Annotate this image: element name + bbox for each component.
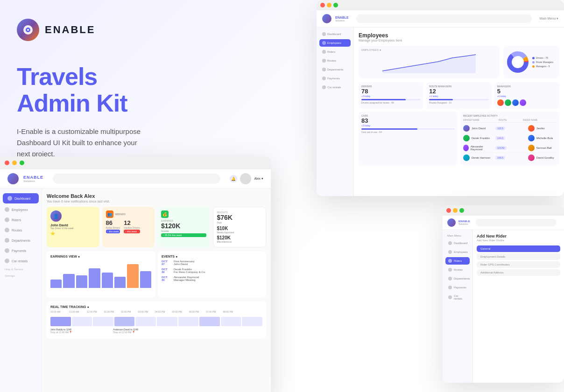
welcome-title: Welcome Back Alex — [47, 193, 266, 199]
driver-avatar-2 — [463, 135, 470, 141]
emp-sidebar-routes[interactable]: Routes — [319, 57, 351, 64]
emp-stat-mgr-value: 5 — [497, 88, 557, 95]
emp-sidebar-car-rentals[interactable]: Car rentals — [319, 84, 351, 91]
rider-avatar-2 — [528, 135, 535, 141]
rider-tab-employment[interactable]: Employment Details — [477, 253, 560, 260]
user-name-mock: Alex ▾ — [254, 177, 263, 181]
cars-sub: +3 today — [361, 124, 455, 127]
sidebar-help[interactable]: Help & Service — [0, 266, 42, 273]
sidebar-routes[interactable]: Routes — [0, 225, 42, 235]
titlebar — [0, 156, 271, 169]
emp-sidebar-departments[interactable]: Departments — [319, 66, 351, 73]
bar-2 — [63, 274, 74, 288]
drivers-icon: 👥 — [106, 210, 113, 218]
this-week-badge: ↑ this week — [106, 230, 120, 233]
sidebar-dashboard[interactable]: Dashboard — [3, 193, 39, 203]
brand-logo — [17, 19, 39, 41]
rider-sidebar-employees[interactable]: Employees — [445, 248, 470, 256]
active-drivers-label: Active Drivers — [106, 226, 120, 229]
sidebar-departments[interactable]: Departments — [0, 235, 42, 245]
sidebar-settings[interactable]: Settings — [0, 273, 42, 279]
event-2-text: Derek FranklinFor Rexo Company & Co. — [174, 268, 206, 273]
sidebar-car-rentals[interactable]: Car rentals — [0, 256, 42, 266]
welcome-sub: You have 6 new notifications since last … — [47, 200, 266, 203]
rider-sidebar-routes[interactable]: Routes — [445, 266, 470, 273]
emp-cars-row: CARS 83 +3 today Cars are in use - 64 RE… — [359, 112, 559, 166]
svg-point-2 — [27, 29, 29, 31]
emp-brand-sub: Solutions — [335, 19, 349, 22]
sidebar-payments[interactable]: Payments — [0, 245, 42, 256]
driver-4: Derek Harrison — [463, 154, 492, 161]
inactive-drivers-count: 12 — [124, 219, 140, 226]
mockup-search-bar[interactable] — [53, 174, 220, 184]
rider-tab-gps[interactable]: Rider GPS Coordinates — [477, 261, 560, 268]
this-week-badge-red: ↓ this week — [124, 230, 140, 233]
rider-min-dot — [453, 208, 458, 213]
rider-tabs: General Employment Details Rider GPS Coo… — [477, 245, 560, 276]
driver-avatar-1 — [463, 125, 470, 132]
legend-route-managers: Route Managers — [532, 61, 553, 63]
event-3: OCT30 Alexander RaymondManager Meeting — [162, 276, 262, 281]
rider-sidebar-riders[interactable]: Riders — [445, 257, 470, 265]
misc-value: $120K — [217, 235, 262, 240]
emp-sidebar-payments[interactable]: Payments — [319, 75, 351, 82]
rider-sidebar: Main Menu Dashboard Employees Riders Rou… — [443, 230, 473, 383]
expand-dot — [20, 161, 24, 165]
rider-nav-label: Main Menu — [445, 233, 470, 238]
driver-1: John David — [463, 125, 492, 132]
rider-close-dot — [446, 208, 451, 213]
tracking-routes: John Roddy to 1248Drop at 11:06 AM 📍 And… — [50, 328, 262, 334]
manager-avatars — [497, 99, 557, 106]
emp-progress-drivers — [361, 99, 421, 100]
sidebar-riders[interactable]: Riders — [0, 215, 42, 225]
rider-search[interactable] — [476, 219, 557, 226]
emp-rm-sub2: Routes Assigned - 10 — [429, 101, 488, 104]
close-dot — [5, 161, 9, 165]
earnings-chart-card: EARNINGS VIEW ● — [47, 251, 155, 298]
active-drivers-count: 86 — [106, 219, 120, 226]
sidebar-icon-routes — [5, 228, 9, 232]
tick-9 — [221, 317, 241, 326]
event-2-date: OCT30 — [162, 268, 171, 273]
emp-min-dot — [327, 3, 331, 7]
emp-stat-mgr-sub: +1 today — [497, 95, 557, 98]
emp-content: Employees Manage your Employees here EMP… — [354, 28, 564, 196]
mgr-avatar-4 — [520, 99, 526, 106]
mockup-brand-sub: Solutions — [23, 180, 43, 182]
emp-sidebar-riders[interactable]: Riders — [319, 48, 351, 56]
rider-sidebar-dashboard[interactable]: Dashboard — [445, 239, 470, 247]
route-3: 103.50 — [495, 146, 524, 150]
rider-tab-address[interactable]: Additional Address — [477, 269, 560, 276]
emp-progress-fill-drivers — [361, 99, 406, 100]
tick-7 — [178, 317, 199, 326]
emp-max-dot — [333, 3, 338, 7]
tick-6 — [157, 317, 177, 326]
rider-sidebar-departments[interactable]: Departments — [445, 275, 470, 282]
cars-value: 83 — [361, 117, 455, 124]
payouts-sub: Paid — [217, 221, 262, 224]
col-route: ROUTE — [499, 119, 521, 121]
rider-tab-general[interactable]: General — [477, 245, 560, 252]
driver-avatar: 👤 — [50, 210, 62, 222]
emp-stat-drivers-sub: +3 today — [361, 95, 421, 98]
emp-stat-drivers-value: 78 — [361, 88, 421, 95]
subtitle: I-Enable is a customizable multipurpose … — [17, 126, 151, 160]
rider-2: Michelle Bula — [528, 135, 557, 141]
rider-sidebar-car-rentals[interactable]: Car rentals — [445, 293, 470, 302]
rider-sidebar-payments[interactable]: Payments — [445, 284, 470, 291]
events-card: EVENTS ● OCT27 First AnniversaryJohn Dav… — [158, 251, 266, 298]
emp-charts-row: EMPLOYEES ● — [359, 46, 559, 78]
activity-row-1: John David 100.5 Jenifer — [463, 124, 557, 133]
emp-stat-rm-value: 12 — [429, 88, 488, 95]
notification-icon[interactable]: 🔔 — [230, 175, 237, 182]
emp-sidebar-dashboard[interactable]: Dashboard — [319, 30, 351, 38]
emp-search[interactable] — [356, 14, 532, 23]
route-1: John Roddy to 1248Drop at 11:06 AM 📍 — [50, 328, 72, 334]
user-avatar[interactable] — [240, 173, 251, 184]
bar-3 — [76, 275, 87, 288]
sidebar-employees[interactable]: Employees — [0, 204, 42, 215]
emp-stat-rm-sub: +1 today — [429, 95, 488, 98]
emp-sidebar-employees[interactable]: Employees — [319, 39, 351, 47]
tracking-timeline — [50, 317, 262, 326]
col-driver: DRIVER NAME — [463, 119, 497, 121]
